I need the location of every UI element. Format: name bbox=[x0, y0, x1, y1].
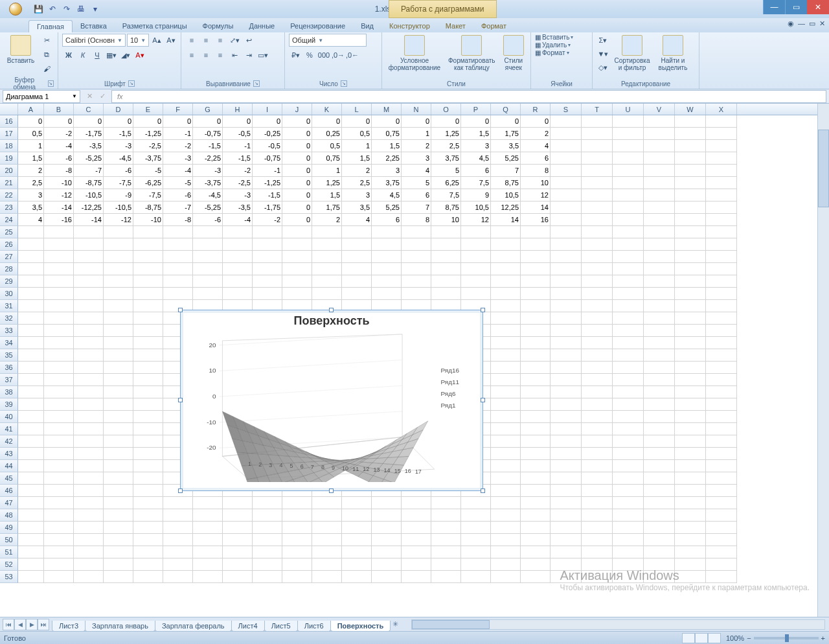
cell-T35[interactable] bbox=[582, 349, 613, 362]
cell-R42[interactable] bbox=[521, 435, 551, 448]
cell-X45[interactable] bbox=[706, 472, 737, 485]
cell-D34[interactable] bbox=[104, 337, 133, 349]
cell-Q40[interactable] bbox=[491, 411, 521, 423]
cell-T38[interactable] bbox=[582, 386, 613, 398]
cell-X29[interactable] bbox=[706, 275, 737, 288]
cell-G23[interactable]: -5,25 bbox=[193, 201, 223, 214]
cell-J52[interactable] bbox=[282, 558, 312, 571]
cell-V16[interactable] bbox=[644, 115, 675, 128]
cell-E35[interactable] bbox=[133, 349, 163, 362]
cell-R47[interactable] bbox=[521, 497, 551, 509]
cell-Q49[interactable] bbox=[491, 522, 521, 534]
cell-C51[interactable] bbox=[74, 546, 104, 558]
cell-V50[interactable] bbox=[644, 534, 675, 546]
cell-K28[interactable] bbox=[312, 263, 342, 275]
cell-H51[interactable] bbox=[223, 546, 253, 558]
cell-Q37[interactable] bbox=[491, 374, 521, 386]
cell-C17[interactable]: -1,75 bbox=[74, 128, 104, 140]
cell-S20[interactable] bbox=[551, 165, 582, 177]
cell-C29[interactable] bbox=[74, 275, 104, 288]
cell-S37[interactable] bbox=[551, 374, 582, 386]
cell-C52[interactable] bbox=[74, 558, 104, 571]
col-header-N[interactable]: N bbox=[402, 104, 431, 115]
cell-L51[interactable] bbox=[342, 546, 372, 558]
cell-H30[interactable] bbox=[223, 288, 253, 300]
cell-J50[interactable] bbox=[282, 534, 312, 546]
cell-L50[interactable] bbox=[342, 534, 372, 546]
col-header-A[interactable]: A bbox=[18, 104, 44, 115]
cell-C22[interactable]: -10,5 bbox=[74, 189, 104, 201]
cell-U33[interactable] bbox=[613, 325, 644, 337]
cell-J21[interactable]: 0 bbox=[282, 177, 312, 189]
cell-F24[interactable]: -8 bbox=[163, 214, 193, 226]
cell-H52[interactable] bbox=[223, 558, 253, 571]
cell-O24[interactable]: 10 bbox=[431, 214, 461, 226]
cell-R36[interactable] bbox=[521, 362, 551, 374]
cell-B36[interactable] bbox=[44, 362, 74, 374]
cell-W28[interactable] bbox=[675, 263, 706, 275]
view-page-break[interactable] bbox=[708, 633, 721, 643]
cell-W23[interactable] bbox=[675, 201, 706, 214]
cell-V35[interactable] bbox=[644, 349, 675, 362]
cell-R34[interactable] bbox=[521, 337, 551, 349]
cell-R50[interactable] bbox=[521, 534, 551, 546]
cell-E22[interactable]: -7,5 bbox=[133, 189, 163, 201]
fill-button[interactable]: ▼▾ bbox=[596, 47, 609, 60]
indent-dec[interactable]: ⇤ bbox=[228, 49, 241, 62]
cell-C49[interactable] bbox=[74, 522, 104, 534]
cell-T45[interactable] bbox=[582, 472, 613, 485]
name-box[interactable]: Диаграмма 1▼ bbox=[3, 90, 80, 103]
cell-J17[interactable]: 0 bbox=[282, 128, 312, 140]
cell-W38[interactable] bbox=[675, 386, 706, 398]
window-close[interactable]: ✕ bbox=[807, 0, 829, 14]
cell-X32[interactable] bbox=[706, 312, 737, 325]
resize-handle-ne[interactable] bbox=[481, 308, 485, 312]
cell-X47[interactable] bbox=[706, 497, 737, 509]
cell-G48[interactable] bbox=[193, 509, 223, 522]
cell-F48[interactable] bbox=[163, 509, 193, 522]
row-header-49[interactable]: 49 bbox=[0, 522, 18, 534]
align-dialog[interactable]: ↘ bbox=[253, 80, 260, 87]
cell-E45[interactable] bbox=[133, 472, 163, 485]
cell-U21[interactable] bbox=[613, 177, 644, 189]
cell-E48[interactable] bbox=[133, 509, 163, 522]
cell-O23[interactable]: 8,75 bbox=[431, 201, 461, 214]
cell-V27[interactable] bbox=[644, 251, 675, 263]
cell-R43[interactable] bbox=[521, 448, 551, 460]
cell-M24[interactable]: 6 bbox=[372, 214, 402, 226]
cell-X39[interactable] bbox=[706, 398, 737, 411]
cell-Q25[interactable] bbox=[491, 226, 521, 238]
cell-P16[interactable]: 0 bbox=[461, 115, 491, 128]
fill-color-button[interactable]: ◢▾ bbox=[119, 49, 132, 62]
cell-S23[interactable] bbox=[551, 201, 582, 214]
cell-T41[interactable] bbox=[582, 423, 613, 435]
cell-V28[interactable] bbox=[644, 263, 675, 275]
cell-B35[interactable] bbox=[44, 349, 74, 362]
cell-M49[interactable] bbox=[372, 522, 402, 534]
cell-E34[interactable] bbox=[133, 337, 163, 349]
cell-R23[interactable]: 14 bbox=[521, 201, 551, 214]
cell-B22[interactable]: -12 bbox=[44, 189, 74, 201]
cell-N48[interactable] bbox=[402, 509, 431, 522]
cell-I23[interactable]: -1,75 bbox=[253, 201, 282, 214]
cell-E36[interactable] bbox=[133, 362, 163, 374]
cell-G51[interactable] bbox=[193, 546, 223, 558]
cell-F23[interactable]: -7 bbox=[163, 201, 193, 214]
cell-R29[interactable] bbox=[521, 275, 551, 288]
cell-Q16[interactable]: 0 bbox=[491, 115, 521, 128]
cell-Q51[interactable] bbox=[491, 546, 521, 558]
cell-L48[interactable] bbox=[342, 509, 372, 522]
cell-X48[interactable] bbox=[706, 509, 737, 522]
cell-X27[interactable] bbox=[706, 251, 737, 263]
cell-W31[interactable] bbox=[675, 300, 706, 312]
cell-D17[interactable]: -1,5 bbox=[104, 128, 133, 140]
cell-A45[interactable] bbox=[18, 472, 44, 485]
cell-H25[interactable] bbox=[223, 226, 253, 238]
cell-B24[interactable]: -16 bbox=[44, 214, 74, 226]
cell-C41[interactable] bbox=[74, 423, 104, 435]
row-header-26[interactable]: 26 bbox=[0, 238, 18, 251]
row-header-52[interactable]: 52 bbox=[0, 558, 18, 571]
cell-E37[interactable] bbox=[133, 374, 163, 386]
cell-R27[interactable] bbox=[521, 251, 551, 263]
chart-object[interactable]: Поверхность 20100-10-2012345678910111213… bbox=[180, 310, 483, 491]
